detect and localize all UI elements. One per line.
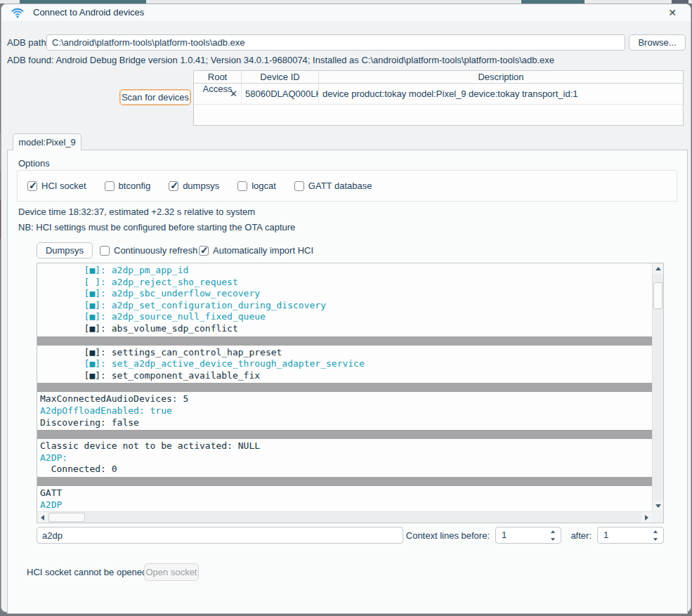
console-line: Connected: 0 [37,464,652,476]
checkbox-box [294,181,304,191]
spin-down-button[interactable] [653,538,658,541]
checkbox-box [105,181,115,191]
device-time-text: Device time 18:32:37, estimated +2.32 s … [18,207,255,217]
checkbox-label: btconfig [119,181,151,191]
after-spinbox[interactable]: 1 [597,527,664,544]
context-lines-before-label: Context lines before: [395,530,490,541]
console-line: [■]: abs_volume_sdp_conflict [37,323,652,335]
nb-hci-settings-text: NB: HCI settings must be configured befo… [18,222,295,232]
option-checkbox-btconfig[interactable]: btconfig [105,181,151,191]
adb-path-input[interactable] [46,34,625,51]
spinbox-value: 1 [603,530,608,540]
scroll-up-button[interactable] [653,263,663,274]
section-separator [37,336,652,346]
window-title: Connect to Android devices [33,7,144,18]
description-cell: device product:tokay model:Pixel_9 devic… [319,84,683,104]
filter-input[interactable] [37,527,403,544]
scroll-down-button[interactable] [653,501,663,511]
options-group: HCI socketbtconfigdumpsyslogcatGATT data… [17,170,677,202]
checkbox-box [199,246,209,256]
option-checkbox-logcat[interactable]: logcat [237,181,276,191]
checkbox-label: dumpsys [183,181,219,191]
spinbox-arrows [549,529,557,542]
checkbox-label: Continuously refresh [114,245,197,256]
console-line: [■]: set_a2dp_active_device_through_adap… [37,358,652,370]
open-socket-button[interactable]: Open socket [144,563,199,581]
console-line: Classic device not to be activated: NULL [37,440,652,452]
section-separator [37,383,652,392]
scrollbar-corner [652,511,663,523]
screen: Connect to Android devices ✕ ADB path Br… [0,0,692,616]
adb-path-label: ADB path [7,37,46,48]
scan-for-devices-button[interactable]: Scan for devices [119,89,191,105]
checkbox-label: GATT database [308,181,372,191]
option-checkbox-gatt-database[interactable]: GATT database [294,181,372,191]
options-checkbox-row: HCI socketbtconfigdumpsyslogcatGATT data… [18,171,677,201]
up-arrow-icon [655,267,661,270]
console-line: [■]: settings_can_control_hap_preset [37,347,652,359]
devices-table-body: ✕58060DLAQ000LKdevice product:tokay mode… [194,84,683,105]
context-before-spinbox[interactable]: 1 [495,527,561,544]
dumpsys-button[interactable]: Dumpsys [37,242,93,258]
section-separator [37,477,652,486]
devices-table: Root AccessDevice IDDescription ✕58060DL… [193,70,684,126]
tab-model-pixel-9[interactable]: model:Pixel_9 [13,133,81,150]
spin-down-button[interactable] [551,538,555,541]
horizontal-scrollbar[interactable] [37,511,652,523]
console-line: [■]: set_component_available_fix [37,370,652,382]
spin-up-button[interactable] [653,530,658,533]
after-label: after: [563,530,592,541]
down-arrow-icon [655,504,661,508]
device-row[interactable]: ✕58060DLAQ000LKdevice product:tokay mode… [194,84,683,105]
checkbox-box [27,181,37,191]
option-checkbox-hci-socket[interactable]: HCI socket [27,181,86,191]
browse-button-label: Browse... [629,35,685,50]
right-arrow-icon [645,515,648,520]
console-line: A2DP [37,499,652,511]
dumpsys-output-viewport[interactable]: [■]: a2dp_pm_app_id [ ]: a2dp_reject_sho… [37,263,652,511]
open-socket-label: Open socket [145,564,198,580]
spinbox-value: 1 [502,530,507,540]
checkbox-box [237,181,247,191]
console-line: Discovering: false [37,417,652,429]
adb-found-status-text: ADB found: Android Debug Bridge version … [7,55,554,65]
vertical-scrollbar-thumb[interactable] [653,282,662,309]
console-line: [■]: a2dp_set_configuration_during_disco… [37,300,652,312]
option-checkbox-dumpsys[interactable]: dumpsys [169,181,219,191]
root-access-cell: ✕ [194,84,242,104]
scroll-left-button[interactable] [37,512,48,523]
horizontal-scrollbar-thumb[interactable] [48,513,85,522]
connect-to-android-devices-dialog: Connect to Android devices ✕ ADB path Br… [1,4,691,612]
continuously-refresh-checkbox[interactable]: Continuously refresh [100,245,197,256]
title-bar: Connect to Android devices ✕ [1,4,691,21]
column-header-description: Description [319,71,683,83]
options-label: Options [18,158,50,169]
console-line: [ ]: a2dp_reject_sho_request [37,277,652,289]
checkbox-box [100,246,110,256]
console-line: GATT [37,487,652,499]
console-line: [■]: a2dp_source_null_fixed_queue [37,311,652,323]
browse-button[interactable]: Browse... [629,34,686,51]
checkbox-label: HCI socket [41,181,86,191]
vertical-scrollbar[interactable] [652,263,663,511]
console-line: A2DP: [37,452,652,464]
spin-up-button[interactable] [551,530,555,533]
checkbox-label: logcat [252,181,276,191]
console-line: [■]: a2dp_pm_app_id [37,265,652,277]
wifi-icon [11,6,24,19]
console-line: [■]: a2dp_sbc_underflow_recovery [37,288,652,300]
checkbox-label: Automatically import HCI [213,245,313,256]
left-arrow-icon [41,515,44,520]
scan-for-devices-label: Scan for devices [120,90,190,105]
section-separator [37,430,652,439]
column-header-device-id: Device ID [242,71,319,83]
device-id-cell: 58060DLAQ000LK [242,84,319,104]
spinbox-arrows [651,529,660,542]
dumpsys-output-content: [■]: a2dp_pm_app_id [ ]: a2dp_reject_sho… [37,263,652,511]
dumpsys-button-label: Dumpsys [37,243,92,258]
automatically-import-hci-checkbox[interactable]: Automatically import HCI [199,245,313,256]
column-header-root-access: Root Access [194,71,242,83]
console-line: MaxConnectedAudioDevices: 5 [37,393,652,405]
scroll-right-button[interactable] [641,512,652,523]
close-button[interactable]: ✕ [665,6,680,20]
